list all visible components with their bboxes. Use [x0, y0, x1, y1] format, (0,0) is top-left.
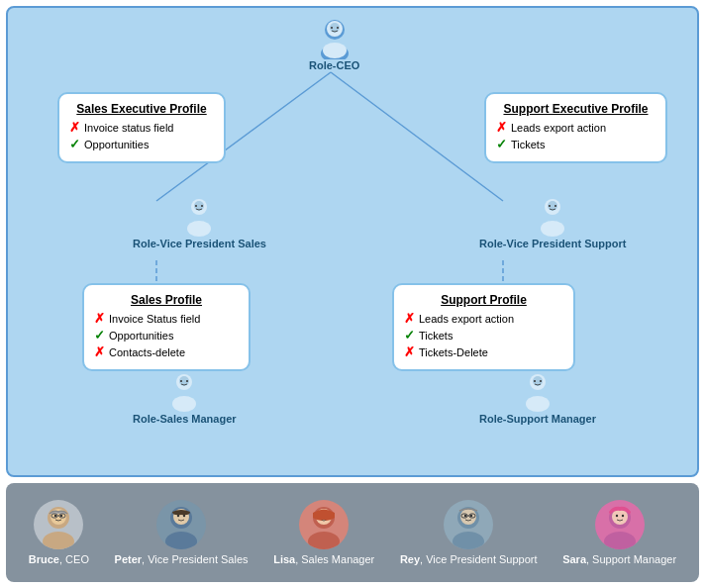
support-profile-item-1: ✗ Leads export action — [404, 311, 563, 326]
sales-manager-icon — [162, 369, 206, 413]
svg-point-51 — [460, 509, 476, 525]
support-profile-item-1-text: Leads export action — [419, 313, 514, 325]
sales-profile-title: Sales Profile — [94, 293, 239, 307]
support-profile-item-3: ✗ Tickets-Delete — [404, 344, 563, 359]
avatar-peter — [156, 500, 206, 549]
support-exec-profile-title: Support Executive Profile — [496, 102, 655, 116]
avatar-rey — [444, 500, 493, 549]
person-bruce: Bruce, CEO — [29, 500, 89, 565]
check-icon-4: ✓ — [404, 328, 415, 343]
ceo-icon — [313, 16, 356, 59]
svg-point-17 — [541, 221, 564, 237]
svg-point-22 — [172, 396, 196, 412]
svg-point-58 — [604, 532, 636, 549]
support-manager-label: Role-Support Manager — [479, 413, 596, 425]
main-container: Role-CEO Sales Executive Profile ✗ Invoi… — [0, 0, 705, 588]
support-manager-node: Role-Support Manager — [479, 369, 596, 425]
vp-sales-label: Role-Vice President Sales — [133, 238, 266, 249]
support-exec-item-1-text: Leads export action — [511, 122, 606, 134]
svg-point-19 — [549, 205, 551, 207]
sales-exec-profile-card: Sales Executive Profile ✗ Invoice status… — [57, 92, 226, 163]
sales-manager-label: Role-Sales Manager — [133, 413, 237, 425]
svg-point-10 — [337, 27, 339, 29]
bottom-bar: Bruce, CEO Peter, Vice President Sales — [6, 483, 699, 582]
avatar-bruce — [34, 500, 83, 549]
svg-point-52 — [464, 515, 466, 517]
svg-point-45 — [308, 532, 340, 549]
vp-support-label: Role-Vice President Support — [479, 238, 626, 249]
svg-point-61 — [621, 515, 623, 517]
x-icon-5: ✗ — [404, 311, 415, 326]
sales-exec-item-2: ✓ Opportunities — [69, 137, 214, 151]
check-icon-3: ✓ — [94, 328, 105, 343]
sales-profile-item-3: ✗ Contacts-delete — [94, 344, 239, 359]
sales-profile-item-1-text: Invoice Status field — [109, 313, 200, 325]
vp-support-node: Role-Vice President Support — [479, 194, 626, 249]
sales-exec-item-2-text: Opportunities — [84, 139, 149, 150]
sales-profile-item-1: ✗ Invoice Status field — [94, 311, 239, 326]
support-profile-title: Support Profile — [404, 293, 563, 307]
person-sara: Sara, Support Manager — [562, 500, 676, 565]
svg-point-20 — [554, 205, 556, 207]
x-icon-4: ✗ — [94, 344, 105, 359]
support-exec-item-2-text: Tickets — [511, 139, 545, 150]
svg-point-25 — [186, 380, 188, 382]
svg-point-14 — [195, 205, 197, 207]
support-profile-card: Support Profile ✗ Leads export action ✓ … — [392, 283, 575, 371]
person-rey: Rey, Vice President Support — [400, 500, 538, 565]
sales-profile-item-2-text: Opportunities — [109, 330, 173, 342]
sales-manager-node: Role-Sales Manager — [133, 369, 237, 425]
svg-point-35 — [60, 515, 62, 517]
person-peter: Peter, Vice President Sales — [115, 500, 249, 565]
check-icon-2: ✓ — [496, 137, 507, 151]
avatar-sara — [595, 500, 645, 549]
peter-label: Peter, Vice President Sales — [115, 553, 249, 565]
support-exec-profile-card: Support Executive Profile ✗ Leads export… — [484, 92, 667, 163]
support-manager-icon — [516, 369, 559, 413]
svg-point-40 — [165, 532, 197, 549]
ceo-node: Role-CEO — [309, 16, 359, 71]
bruce-label: Bruce, CEO — [29, 553, 89, 565]
lisa-label: Lisa, Sales Manager — [273, 553, 374, 565]
sales-profile-item-3-text: Contacts-delete — [109, 346, 185, 358]
sales-profile-item-2: ✓ Opportunities — [94, 328, 239, 343]
avatar-lisa — [299, 500, 349, 549]
ceo-label: Role-CEO — [309, 59, 359, 71]
svg-point-50 — [453, 532, 484, 549]
support-profile-item-2-text: Tickets — [419, 330, 453, 342]
svg-point-12 — [187, 221, 211, 237]
svg-point-27 — [526, 396, 550, 412]
sara-label: Sara, Support Manager — [562, 553, 676, 565]
svg-point-29 — [534, 380, 536, 382]
svg-point-34 — [54, 515, 56, 517]
support-exec-item-1: ✗ Leads export action — [496, 120, 655, 135]
vp-support-icon — [531, 194, 574, 238]
svg-point-24 — [180, 380, 182, 382]
sales-exec-item-1-text: Invoice status field — [84, 122, 174, 134]
sales-exec-item-1: ✗ Invoice status field — [69, 120, 214, 135]
svg-point-9 — [331, 27, 333, 29]
support-profile-item-2: ✓ Tickets — [404, 328, 563, 343]
svg-point-60 — [615, 515, 617, 517]
svg-point-32 — [43, 532, 74, 549]
org-area: Role-CEO Sales Executive Profile ✗ Invoi… — [6, 6, 699, 477]
rey-label: Rey, Vice President Support — [400, 553, 538, 565]
support-profile-item-3-text: Tickets-Delete — [419, 346, 488, 358]
svg-point-15 — [201, 205, 203, 207]
sales-exec-profile-title: Sales Executive Profile — [69, 102, 214, 116]
vp-sales-icon — [177, 194, 221, 238]
support-exec-item-2: ✓ Tickets — [496, 137, 655, 151]
svg-point-30 — [540, 380, 542, 382]
x-icon-1: ✗ — [69, 120, 80, 135]
svg-point-7 — [323, 43, 347, 58]
x-icon-3: ✗ — [94, 311, 105, 326]
check-icon-1: ✓ — [69, 137, 80, 151]
sales-profile-card: Sales Profile ✗ Invoice Status field ✓ O… — [82, 283, 251, 371]
person-lisa: Lisa, Sales Manager — [273, 500, 374, 565]
x-icon-6: ✗ — [404, 344, 415, 359]
vp-sales-node: Role-Vice President Sales — [133, 194, 266, 249]
svg-point-53 — [470, 515, 472, 517]
svg-line-1 — [331, 72, 503, 201]
x-icon-2: ✗ — [496, 120, 507, 135]
